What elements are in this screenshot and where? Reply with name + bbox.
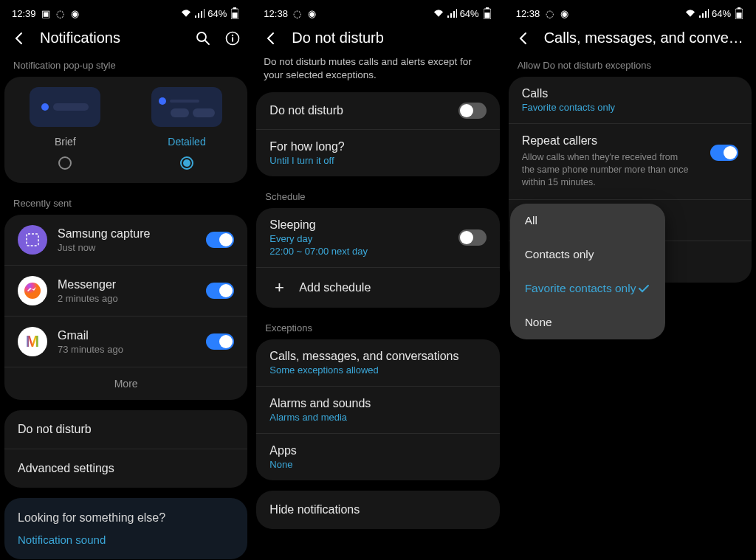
- app-toggle[interactable]: [206, 283, 234, 299]
- detailed-label: Detailed: [168, 136, 205, 148]
- schedule-toggle[interactable]: [458, 229, 487, 246]
- popup-style-label: Notification pop-up style: [0, 55, 252, 77]
- wifi-icon: [685, 8, 695, 18]
- back-button[interactable]: [12, 31, 27, 46]
- exception-title: Apps: [269, 444, 486, 457]
- svg-point-5: [232, 34, 233, 35]
- search-icon[interactable]: [196, 31, 210, 46]
- gallery-icon: ▣: [41, 8, 51, 18]
- menu-option-none[interactable]: None: [510, 305, 665, 339]
- dnd-toggle-label: Do not disturb: [269, 104, 447, 117]
- app-name: Samsung capture: [58, 227, 196, 241]
- app-time: Just now: [58, 242, 196, 253]
- battery-pct: 64%: [207, 8, 227, 19]
- plus-icon: +: [271, 280, 287, 296]
- svg-point-3: [197, 32, 206, 41]
- status-time: 12:38: [516, 8, 540, 19]
- brief-label: Brief: [55, 136, 76, 148]
- detailed-radio[interactable]: [180, 156, 193, 170]
- wifi-icon: [181, 8, 191, 18]
- app-time: 73 minutes ago: [58, 344, 196, 355]
- svg-point-8: [24, 283, 41, 299]
- calls-sub: Favorite contacts only: [522, 102, 738, 113]
- popup-brief-option[interactable]: Brief: [30, 87, 100, 170]
- hide-notifications-row[interactable]: Hide notifications: [256, 491, 499, 529]
- add-schedule-label: Add schedule: [299, 281, 371, 294]
- status-bar: 12:39 ▣ ◌ ◉ 64%: [0, 0, 252, 22]
- app-name: Gmail: [58, 329, 196, 342]
- signal-icon: [194, 8, 205, 18]
- repeat-toggle[interactable]: [710, 145, 738, 161]
- header: Notifications: [0, 22, 252, 55]
- notification-sound-link[interactable]: Notification sound: [18, 533, 234, 546]
- battery-icon: [734, 8, 744, 18]
- schedule-card: Sleeping Every day 22:00 ~ 07:00 next da…: [256, 208, 499, 308]
- back-button[interactable]: [264, 31, 278, 46]
- svg-rect-11: [484, 13, 489, 18]
- exception-sub: None: [269, 459, 486, 470]
- recently-sent-label: Recently sent: [0, 193, 252, 215]
- schedule-sleeping-row[interactable]: Sleeping Every day 22:00 ~ 07:00 next da…: [256, 208, 499, 268]
- page-title: Calls, messages, and conversa…: [544, 30, 744, 46]
- app-toggle[interactable]: [206, 333, 234, 350]
- battery-pct: 64%: [712, 8, 731, 19]
- menu-option-favorite[interactable]: Favorite contacts only: [510, 272, 665, 305]
- recent-apps-card: Samsung capture Just now Messenger 2 min…: [4, 215, 247, 400]
- info-icon[interactable]: [225, 31, 240, 46]
- page-title: Do not disturb: [292, 30, 492, 46]
- dnd-link[interactable]: Do not disturb: [4, 410, 247, 449]
- exception-title: Alarms and sounds: [269, 397, 486, 410]
- status-time: 12:39: [12, 8, 36, 19]
- dnd-main-card: Do not disturb For how long? Until I tur…: [256, 92, 499, 176]
- repeat-callers-row[interactable]: Repeat callers Allow calls when they're …: [509, 124, 752, 200]
- exceptions-allow-label: Allow Do not disturb exceptions: [504, 55, 756, 77]
- header: Do not disturb: [252, 22, 504, 55]
- gmail-icon: M: [18, 327, 47, 356]
- wifi-icon: [433, 8, 444, 18]
- battery-pct: 64%: [460, 8, 479, 19]
- exception-title: Calls, messages, and conversations: [269, 350, 486, 363]
- more-button[interactable]: More: [4, 367, 247, 400]
- chat-bubble-icon: ◌: [55, 8, 66, 18]
- dnd-toggle[interactable]: [458, 103, 487, 119]
- panel-dnd: 12:38 ◌ ◉ 64% Do not disturb Do not dist…: [252, 0, 504, 560]
- dnd-toggle-row[interactable]: Do not disturb: [256, 92, 499, 130]
- how-long-row[interactable]: For how long? Until I turn it off: [256, 130, 499, 176]
- dnd-description: Do not disturb mutes calls and alerts ex…: [252, 55, 504, 92]
- app-row-gmail[interactable]: M Gmail 73 minutes ago: [4, 317, 247, 367]
- calls-row[interactable]: Calls Favorite contacts only: [509, 77, 752, 124]
- brief-radio[interactable]: [58, 156, 72, 170]
- exceptions-card: Calls, messages, and conversations Some …: [256, 339, 499, 480]
- app-row-samsung-capture[interactable]: Samsung capture Just now: [4, 215, 247, 266]
- back-button[interactable]: [516, 31, 531, 46]
- exception-apps-row[interactable]: Apps None: [256, 434, 499, 480]
- add-schedule-button[interactable]: + Add schedule: [256, 268, 499, 308]
- exception-alarms-row[interactable]: Alarms and sounds Alarms and media: [256, 387, 499, 434]
- panel-calls: 12:38 ◌ ◉ 64% Calls, messages, and conve…: [504, 0, 756, 560]
- check-icon: [637, 282, 650, 295]
- messenger-status-icon: ◉: [70, 8, 80, 18]
- app-row-messenger[interactable]: Messenger 2 minutes ago: [4, 266, 247, 317]
- how-long-title: For how long?: [269, 140, 486, 153]
- signal-icon: [698, 8, 709, 18]
- messenger-status-icon: ◉: [559, 8, 569, 18]
- menu-option-all[interactable]: All: [510, 204, 665, 238]
- repeat-title: Repeat callers: [522, 134, 700, 148]
- menu-option-contacts[interactable]: Contacts only: [510, 238, 665, 272]
- samsung-capture-icon: [18, 225, 47, 255]
- schedule-days: Every day: [269, 233, 447, 244]
- exception-calls-row[interactable]: Calls, messages, and conversations Some …: [256, 339, 499, 387]
- svg-rect-7: [27, 234, 38, 246]
- status-bar: 12:38 ◌ ◉ 64%: [504, 0, 756, 22]
- status-time: 12:38: [264, 8, 288, 19]
- exception-sub: Some exceptions allowed: [269, 364, 486, 376]
- popup-detailed-option[interactable]: Detailed: [151, 87, 222, 170]
- svg-rect-2: [233, 13, 238, 18]
- app-toggle[interactable]: [206, 232, 234, 248]
- advanced-settings-link[interactable]: Advanced settings: [4, 449, 247, 488]
- detailed-preview: [151, 87, 222, 127]
- settings-card: Do not disturb Advanced settings: [4, 410, 247, 488]
- header: Calls, messages, and conversa…: [504, 22, 756, 55]
- messenger-status-icon: ◉: [307, 8, 317, 18]
- app-time: 2 minutes ago: [58, 293, 196, 304]
